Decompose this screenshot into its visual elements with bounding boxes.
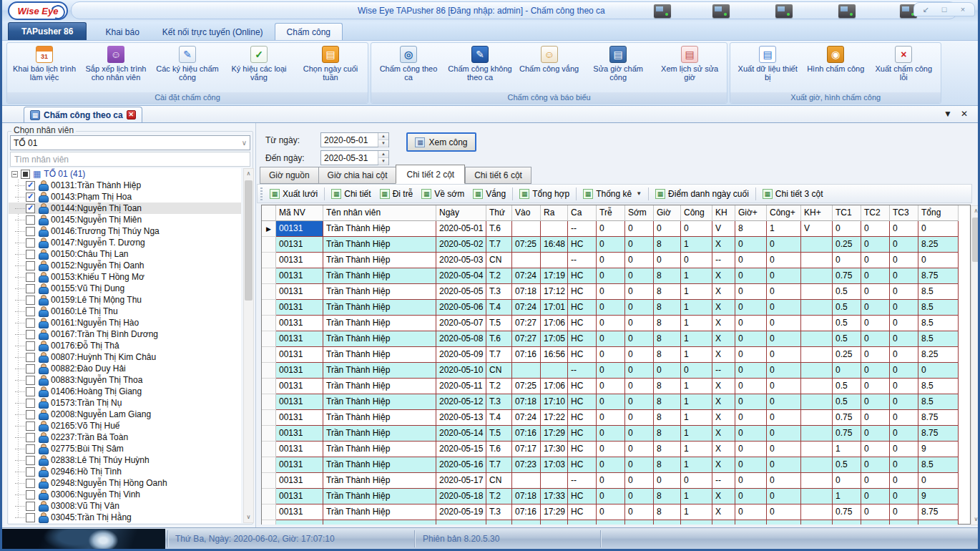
grid-cell[interactable]: X (712, 379, 735, 394)
from-date-spinner[interactable]: ▲▼ (378, 133, 388, 147)
employee-item[interactable]: 02948:Nguyễn Thị Hồng Oanh (9, 477, 241, 489)
grid-cell[interactable]: T.4 (486, 300, 512, 316)
col-header-13[interactable]: Công+ (767, 205, 801, 221)
grid-cell[interactable]: 07:25 (512, 379, 541, 394)
row-selector-header[interactable] (262, 205, 276, 221)
grid-cell[interactable] (801, 379, 833, 394)
grid-cell[interactable]: X (712, 347, 735, 363)
grid-cell[interactable]: 0 (890, 489, 918, 504)
grid-cell[interactable]: 8 (735, 221, 767, 237)
employee-checkbox[interactable] (26, 513, 35, 522)
grid-cell[interactable]: 0 (833, 473, 861, 489)
grid-cell[interactable]: 0 (735, 363, 767, 379)
employee-item[interactable]: 01406:Hoàng Thị Giang (9, 386, 241, 397)
ribbon-button-screen-pencil[interactable]: ✎Chấm công không theo ca (444, 44, 516, 83)
grid-cell[interactable]: HC (568, 284, 597, 300)
window-maximize-icon[interactable]: □ (936, 5, 952, 14)
grid-cell[interactable]: HC (568, 426, 597, 442)
grid-cell[interactable]: 8.5 (918, 457, 959, 473)
col-header-10[interactable]: Công (681, 205, 712, 221)
grid-cell[interactable]: 2020-05-02 (436, 237, 486, 253)
grid-cell[interactable]: 1 (833, 489, 861, 504)
grid-cell[interactable]: 8.75 (918, 410, 959, 426)
ribbon-button-doc-pencil[interactable]: ✎Các ký hiệu chấm công (152, 44, 223, 83)
grid-cell[interactable] (512, 253, 541, 268)
grid-cell[interactable]: 0 (625, 426, 654, 442)
employee-checkbox[interactable] (26, 204, 35, 213)
dropdown-arrow-icon[interactable]: ▼ (636, 190, 642, 197)
grid-cell[interactable]: 1 (681, 316, 712, 331)
grid-cell[interactable]: 00131 (276, 442, 323, 457)
grid-cell[interactable]: 1 (681, 237, 712, 253)
grid-cell[interactable]: 0 (890, 379, 918, 394)
grid-cell[interactable]: 8.5 (918, 331, 959, 347)
grid-cell[interactable]: 0 (735, 394, 767, 410)
employee-checkbox[interactable] (26, 261, 35, 270)
grid-cell[interactable]: T.6 (486, 442, 512, 457)
employee-item[interactable]: 00153:Khiếu T Hồng Mơ (9, 271, 241, 283)
grid-cell[interactable]: 0 (597, 253, 625, 268)
grid-cell[interactable]: 8 (654, 379, 681, 394)
grid-cell[interactable]: 2020-05-03 (436, 253, 486, 268)
grid-cell[interactable]: 07:24 (512, 410, 541, 426)
grid-cell[interactable]: -- (568, 363, 597, 379)
grid-cell[interactable]: 8.75 (918, 504, 959, 520)
grid-cell[interactable]: -- (712, 363, 735, 379)
row-selector[interactable] (262, 489, 276, 504)
grid-cell[interactable]: 16:56 (541, 347, 568, 363)
grid-cell[interactable]: 0 (767, 410, 801, 426)
col-header-3[interactable]: Thứ (486, 205, 512, 221)
employee-item[interactable]: 03045:Trần Thị Hằng (9, 512, 241, 523)
employee-item[interactable]: 01573:Trần Thị Nụ (9, 397, 241, 409)
grid-cell[interactable]: V (712, 221, 735, 237)
row-selector[interactable] (262, 410, 276, 426)
grid-cell[interactable]: 00131 (276, 489, 323, 504)
grid-cell[interactable]: 17:06 (541, 379, 568, 394)
grid-cell[interactable] (801, 268, 833, 284)
grid-cell[interactable]: -- (712, 253, 735, 268)
grid-cell[interactable]: 07:24 (512, 268, 541, 284)
grid-cell[interactable]: 16:48 (541, 237, 568, 253)
grid-cell[interactable]: 0 (767, 394, 801, 410)
grid-cell[interactable]: T.2 (486, 268, 512, 284)
grid-cell[interactable]: 8.5 (918, 316, 959, 331)
subtab-2[interactable]: Chi tiết 2 cột (396, 165, 465, 184)
grid-cell[interactable]: 0 (735, 347, 767, 363)
grid-cell[interactable]: 0 (625, 363, 654, 379)
employee-item[interactable]: 00160:Lê Thị Thu (9, 306, 241, 317)
grid-cell[interactable]: 0.5 (833, 316, 861, 331)
col-header-17[interactable]: TC3 (890, 205, 918, 221)
grid-cell[interactable]: X (712, 268, 735, 284)
grid-cell[interactable]: 8.5 (918, 284, 959, 300)
grid-cell[interactable]: 07:17 (512, 442, 541, 457)
grid-cell[interactable]: 1 (681, 268, 712, 284)
grid-cell[interactable] (801, 457, 833, 473)
grid-cell[interactable]: 0 (861, 237, 890, 253)
grid-cell[interactable]: 0 (597, 442, 625, 457)
employee-checkbox[interactable] (26, 467, 35, 477)
employee-checkbox[interactable] (26, 387, 35, 396)
toolbar-button-1[interactable]: ▦Chi tiết (327, 187, 375, 201)
grid-cell[interactable]: 8 (654, 300, 681, 316)
grid-cell[interactable]: 8.75 (918, 268, 959, 284)
grid-cell[interactable]: 0 (890, 300, 918, 316)
grid-cell[interactable] (541, 473, 568, 489)
grid-cell[interactable]: 2020-05-14 (436, 426, 486, 442)
grid-cell[interactable]: 0.5 (833, 394, 861, 410)
to-date-input[interactable]: ▲▼ (320, 150, 389, 165)
grid-cell[interactable]: 2020-05-12 (436, 394, 486, 410)
grid-cell[interactable]: T.7 (486, 237, 512, 253)
ribbon-button-list-pencil[interactable]: ▤Sửa giờ chấm công (582, 44, 654, 83)
grid-cell[interactable]: Trần Thành Hiệp (323, 473, 436, 489)
grid-cell[interactable]: 0 (735, 410, 767, 426)
grid-cell[interactable]: 8 (654, 316, 681, 331)
grid-cell[interactable]: 00131 (276, 316, 323, 331)
grid-cell[interactable]: 17:10 (541, 394, 568, 410)
grid-cell[interactable]: 2020-05-19 (436, 504, 486, 520)
grid-cell[interactable]: 0 (597, 489, 625, 504)
grid-cell[interactable]: 0 (890, 426, 918, 442)
ribbon-button-book-search[interactable]: ◎Chấm công theo ca (373, 44, 444, 83)
row-selector[interactable] (262, 379, 276, 394)
grid-cell[interactable]: 0 (890, 221, 918, 237)
grid-cell[interactable]: 0 (735, 473, 767, 489)
